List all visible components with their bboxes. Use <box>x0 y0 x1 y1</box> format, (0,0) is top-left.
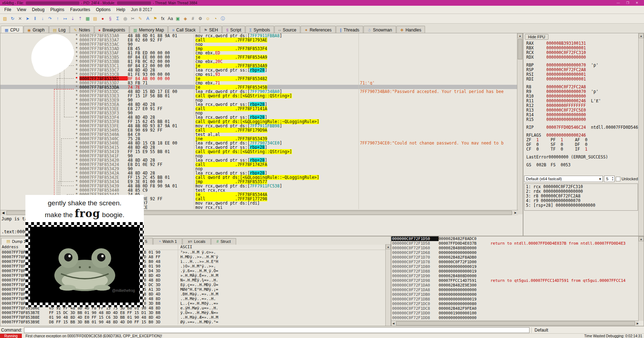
stack-row[interactable]: 000000C0F72F1D5800007FFD0D4E037Breturn t… <box>391 241 639 246</box>
disasm-row[interactable]: ●00007FF78F8533AC90nop <box>0 42 517 46</box>
disasm-row[interactable]: ●00007FF78F8533AF81 FB ED 00 00 00cmp eb… <box>0 50 517 55</box>
label-icon[interactable]: A <box>144 15 151 22</box>
register-row[interactable]: RDI0000000000000001 <box>526 77 638 82</box>
argument-count-stepper[interactable]: 5 ▲▼ <box>604 176 615 182</box>
dump-scrollbar[interactable]: ▲ ▼ <box>385 244 391 326</box>
highlight-mode-icon[interactable]: ▣ <box>174 15 181 22</box>
disasm-row[interactable]: ●00007FF78F8533F448 8D 4D 28lea rcx,qwor… <box>0 115 517 119</box>
breakpoint-dot[interactable]: ● <box>74 175 79 179</box>
breakpoint-dot[interactable]: ● <box>74 162 79 166</box>
disasm-row[interactable]: ●00007FF78F8533E3FF 15 1F 56 BB 01call q… <box>0 93 517 98</box>
hide-fpu-button[interactable]: Hide FPU <box>525 34 548 40</box>
disasm-row[interactable]: ●00007FF78F85342990nop <box>0 166 517 171</box>
stack-hscroll-thumb[interactable] <box>396 321 635 325</box>
disasm-row[interactable]: ●00007FF78F8533E990nop <box>0 98 517 102</box>
disasm-row[interactable]: ●00007FF78F85340A84 C0test al,al <box>0 132 517 136</box>
breakpoint-dot[interactable]: ● <box>74 136 79 141</box>
disasm-row[interactable]: ●00007FF78F85340C75 28jne .7FF78F853439 <box>0 136 517 141</box>
stack-row[interactable]: 000000C0F72F1DC00000000000000080 <box>391 302 639 306</box>
stack-row[interactable]: 000000C0F72F1D50000002B482F8ADC0 <box>391 236 639 241</box>
breakpoint-dot[interactable]: ● <box>74 128 79 132</box>
disasm-row[interactable]: ●00007FF78F85341F90nop <box>0 153 517 158</box>
disasm-vertical-scrollbar[interactable]: ▲ ▼ <box>517 33 523 214</box>
step-over-icon[interactable]: ↷ <box>47 15 54 22</box>
memory-map-icon[interactable]: ▦ <box>84 15 91 22</box>
argument-row[interactable]: 5: [rsp+28] 0000000000000000 <box>526 203 636 208</box>
disasm-row[interactable]: ●00007FF78F853419FF 15 E9 55 BB 01call q… <box>0 149 517 153</box>
stack-row[interactable]: 000000C0F72F1D9800007FFCC14D7591return t… <box>391 278 639 283</box>
disasm-row[interactable]: ●00007FF78F8533F8FF 15 62 45 BB 01call q… <box>0 119 517 123</box>
stack-horizontal-scrollbar[interactable]: ◀ ▶ <box>391 320 639 326</box>
breakpoint-dot[interactable]: ● <box>74 166 79 171</box>
breakpoint-dot[interactable]: ● <box>74 33 79 38</box>
scroll-up-icon[interactable]: ▲ <box>639 236 644 241</box>
flags-row[interactable]: OF0SF0DF0 <box>526 142 638 147</box>
command-script-type[interactable]: Default <box>531 327 643 333</box>
stack-row[interactable]: 000000C0F72F1D70000002B482F8ADB0 <box>391 255 639 260</box>
stack-row[interactable]: 000000C0F72F1D680000000000000000 <box>391 250 639 255</box>
patches-icon[interactable]: ✂ <box>129 15 136 22</box>
disasm-row[interactable]: ●00007FF78F853424E8 D1 0E 92 FFcall .7FF… <box>0 162 517 166</box>
open-file-icon[interactable]: ▨ <box>1 15 9 22</box>
register-row[interactable]: R150000000000000000 <box>526 117 638 122</box>
breakpoint-dot[interactable]: ● <box>74 145 79 149</box>
disasm-row[interactable]: ●00007FF78F8533A048 8B 0D 01 88 9A 01mov… <box>0 33 517 38</box>
breakpoint-dot[interactable]: ● <box>74 59 79 63</box>
breakpoint-dot[interactable]: ● <box>74 102 79 106</box>
breakpoint-dot[interactable]: ● <box>74 76 79 80</box>
disasm-scroll-thumb[interactable] <box>518 39 522 59</box>
disasm-row[interactable]: ●00007FF78F8533DC48 8D 15 BD 17 EE 00lea… <box>0 89 517 93</box>
symbols-icon[interactable]: Σ <box>114 15 121 22</box>
disasm-row[interactable]: ●00007FF78F8533A7E8 02 60 92 FFcall .7FF… <box>0 38 517 42</box>
menu-plugins[interactable]: Plugins <box>48 6 67 13</box>
disasm-row[interactable]: ●00007FF78F85341548 8D 4D 28lea rcx,qwor… <box>0 145 517 149</box>
stack-row[interactable]: 000000C0F72F1DA80000000000000000 <box>391 288 639 292</box>
stack-row[interactable]: 000000C0F72F1DD80000000000000000 <box>391 315 639 320</box>
pause-icon[interactable]: ‖ <box>31 15 39 22</box>
restart-icon[interactable]: ↻ <box>9 15 16 22</box>
stack-row[interactable]: 000000C0F72F1D90000002B4808D0000 <box>391 274 639 278</box>
step-out-icon[interactable]: ↑ <box>54 15 61 22</box>
graph-view-icon[interactable]: ◈ <box>182 15 189 22</box>
tab-struct[interactable]: #Struct <box>211 238 236 245</box>
script-icon[interactable]: § <box>107 15 114 22</box>
comment-icon[interactable]: ✎ <box>137 15 144 22</box>
stack-vertical-scrollbar[interactable]: ▲ ▼ <box>638 236 644 321</box>
dump-row[interactable]: 00007FF78F853B8E01 90 48 8D 4D E0 FF 15 … <box>0 315 391 320</box>
disasm-row[interactable]: ●00007FF78F8533DA74 7Eje .7FF78F85345B <box>0 85 517 89</box>
breakpoint-dot[interactable]: ● <box>74 183 79 188</box>
calculator-icon[interactable]: # <box>189 15 196 22</box>
menu-debug[interactable]: Debug <box>29 6 47 13</box>
scroll-left-icon[interactable]: ◀ <box>392 322 394 325</box>
scroll-right-icon[interactable]: ➤ <box>512 210 518 215</box>
dump-row[interactable]: 00007FF78F853B7EFF 15 DC 3D BB 01 90 48 … <box>0 310 391 315</box>
minimize-icon[interactable]: — <box>616 1 620 5</box>
flags-row[interactable]: CF0TF0IF1 <box>526 147 638 152</box>
calling-convention-select[interactable]: Default (x64 fastcall) ▾ <box>524 176 603 182</box>
stepper-arrows-icon[interactable]: ▲▼ <box>611 176 614 181</box>
unlocked-checkbox[interactable] <box>616 177 620 181</box>
breakpoint-dot[interactable]: ● <box>74 50 79 55</box>
disasm-row[interactable]: ●00007FF78F8533C748 8D 4D 28lea rcx,qwor… <box>0 68 517 72</box>
disasm-row[interactable]: ●00007FF78F85342A48 8D 4D 28lea rcx,qwor… <box>0 171 517 175</box>
scroll-left-icon[interactable]: ◀ <box>0 210 6 215</box>
disasm-row[interactable]: ●00007FF78F8533D10F 84 AB 00 00 00je .7F… <box>0 76 517 80</box>
close-process-icon[interactable]: ✕ <box>16 15 24 22</box>
settings-icon[interactable]: ⚙ <box>197 15 204 22</box>
command-input[interactable] <box>24 327 530 333</box>
flags-row[interactable]: ZF1PF1AF0 <box>526 138 638 142</box>
disasm-row[interactable]: ●00007FF78F8533BB81 FB 0C 02 00 00cmp eb… <box>0 59 517 63</box>
breakpoint-dot[interactable]: ● <box>74 68 79 72</box>
breakpoint-dot[interactable]: ● <box>74 119 79 123</box>
disasm-row[interactable]: ●00007FF78F85342EFF 15 2C 45 BB 01call q… <box>0 175 517 179</box>
disasm-row[interactable]: ●00007FF78F8533F390nop <box>0 111 517 115</box>
tab-locals[interactable]: x=Locals <box>182 238 211 245</box>
maximize-icon[interactable]: ❐ <box>626 1 629 5</box>
trace-into-icon[interactable]: ⇣ <box>69 15 76 22</box>
smiley-icon[interactable]: ☺ <box>204 15 211 22</box>
breakpoint-dot[interactable]: ● <box>74 123 79 128</box>
menu-view[interactable]: View <box>14 6 29 13</box>
stack-row[interactable]: 000000C0F72F1DB00000000000000000 <box>391 292 639 297</box>
breakpoint-dot[interactable]: ● <box>74 89 79 93</box>
flags-row[interactable]: GS002BFS0053 <box>526 163 638 167</box>
